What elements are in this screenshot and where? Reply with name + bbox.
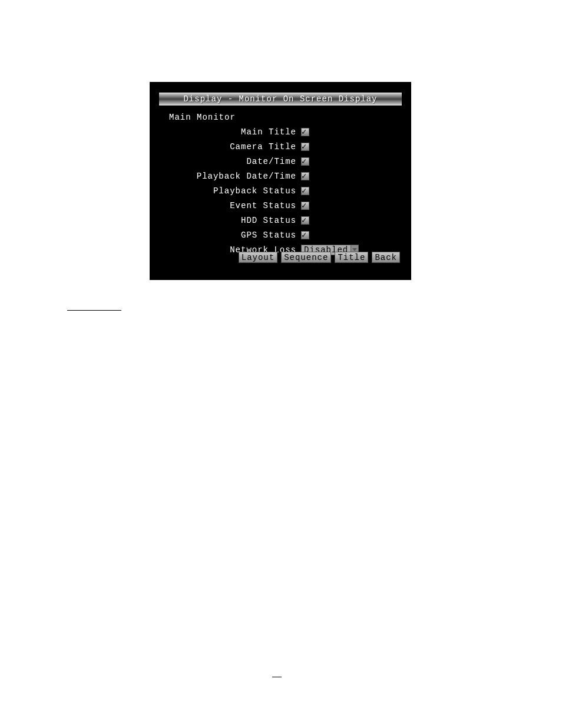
checkbox-main-title[interactable] — [301, 128, 309, 136]
setting-label-playback-date-time: Playback Date/Time — [160, 172, 301, 181]
settings-rows: Main Title Camera Title Date/Time Playba… — [160, 126, 401, 256]
checkbox-playback-date-time[interactable] — [301, 172, 309, 180]
checkbox-event-status[interactable] — [301, 202, 309, 210]
bottom-buttons: Layout Sequence Title Back — [239, 252, 400, 263]
setting-label-camera-title: Camera Title — [160, 142, 301, 151]
underline-decoration — [67, 302, 121, 311]
setting-row-date-time: Date/Time — [160, 155, 401, 167]
setting-label-gps-status: GPS Status — [160, 230, 301, 240]
checkbox-hdd-status[interactable] — [301, 216, 309, 225]
sequence-button[interactable]: Sequence — [281, 252, 331, 263]
setting-row-playback-status: Playback Status — [160, 185, 401, 197]
layout-button[interactable]: Layout — [239, 252, 277, 263]
setting-row-event-status: Event Status — [160, 199, 401, 212]
setting-label-playback-status: Playback Status — [160, 186, 301, 196]
setting-row-camera-title: Camera Title — [160, 140, 401, 153]
setting-label-date-time: Date/Time — [160, 157, 301, 166]
panel-title-bar: Display - Monitor On Screen Display — [159, 93, 402, 106]
dash-decoration — [272, 677, 282, 677]
panel-content: Main Monitor Main Title Camera Title Dat… — [150, 106, 411, 261]
checkbox-date-time[interactable] — [301, 157, 309, 166]
setting-row-hdd-status: HDD Status — [160, 214, 401, 226]
setting-label-event-status: Event Status — [160, 201, 301, 210]
checkbox-gps-status[interactable] — [301, 231, 309, 239]
setting-row-gps-status: GPS Status — [160, 229, 401, 241]
setting-label-hdd-status: HDD Status — [160, 216, 301, 225]
setting-row-main-title: Main Title — [160, 126, 401, 138]
dvr-osd-panel: Display - Monitor On Screen Display Main… — [150, 82, 411, 280]
checkbox-camera-title[interactable] — [301, 143, 309, 151]
title-button[interactable]: Title — [335, 252, 368, 263]
back-button[interactable]: Back — [372, 252, 400, 263]
panel-title: Display - Monitor On Screen Display — [183, 94, 377, 104]
checkbox-playback-status[interactable] — [301, 187, 309, 195]
setting-label-main-title: Main Title — [160, 127, 301, 137]
setting-row-playback-date-time: Playback Date/Time — [160, 170, 401, 182]
section-label: Main Monitor — [169, 113, 401, 122]
